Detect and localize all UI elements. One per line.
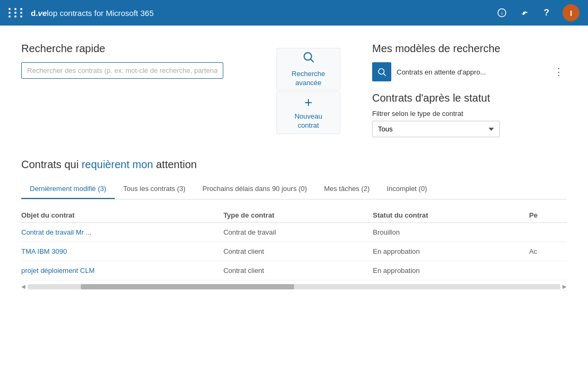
- top-navigation: d.velop contracts for Microsoft 365 i ? …: [0, 0, 588, 26]
- scrollbar-track[interactable]: [28, 284, 560, 289]
- advanced-search-label: Rechercheavancée: [292, 70, 325, 88]
- search-title: Recherche rapide: [21, 43, 276, 55]
- table-row: TMA IBM 3090 Contrat client En approbati…: [21, 242, 567, 261]
- row3-objet[interactable]: projet déploiement CLM: [21, 261, 223, 280]
- filter-select[interactable]: Tous Contrat de travail Contrat client: [372, 121, 500, 137]
- scrollbar-thumb[interactable]: [81, 284, 294, 289]
- help-icon[interactable]: ?: [540, 6, 553, 19]
- model-search-icon: [372, 62, 391, 81]
- new-contract-card[interactable]: + Nouveaucontrat: [276, 92, 340, 134]
- row2-type: Contrat client: [223, 242, 373, 261]
- col-statut: Statut du contrat: [373, 208, 529, 223]
- col-type: Type de contrat: [223, 208, 373, 223]
- table-row: projet déploiement CLM Contrat client En…: [21, 261, 567, 280]
- model-text: Contrats en attente d'appro...: [397, 68, 545, 76]
- col-objet: Objet du contrat: [21, 208, 223, 223]
- row1-type: Contrat de travail: [223, 223, 373, 242]
- advanced-search-card[interactable]: Rechercheavancée: [276, 48, 340, 90]
- scroll-left-arrow[interactable]: ◀: [21, 284, 26, 289]
- row3-statut: En approbation: [373, 261, 529, 280]
- svg-point-2: [304, 53, 312, 60]
- col-pe: Pe: [529, 208, 567, 223]
- row2-objet[interactable]: TMA IBM 3090: [21, 242, 223, 261]
- attention-section: Contrats qui requièrent mon attention De…: [21, 159, 567, 289]
- app-grid-icon[interactable]: [9, 8, 24, 18]
- tab-mes-taches[interactable]: Mes tâches (2): [315, 179, 378, 199]
- filter-select-wrapper: Tous Contrat de travail Contrat client: [372, 121, 567, 137]
- row2-statut: En approbation: [373, 242, 529, 261]
- row1-pe: [529, 223, 567, 242]
- nav-icons: i ? I: [495, 4, 579, 21]
- tab-dernierement[interactable]: Dernièrement modifié (3): [21, 179, 115, 199]
- model-item: Contrats en attente d'appro... ⋮: [372, 62, 567, 81]
- search-section: Recherche rapide: [21, 43, 276, 137]
- contracts-table: Objet du contrat Type de contrat Statut …: [21, 208, 567, 280]
- row3-pe: [529, 261, 567, 280]
- row1-objet[interactable]: Contrat de travail Mr ...: [21, 223, 223, 242]
- attention-highlight: requièrent mon: [81, 159, 153, 170]
- row2-pe: Ac: [529, 242, 567, 261]
- search-icon: [302, 51, 315, 67]
- search-input[interactable]: [21, 62, 223, 79]
- model-menu-icon[interactable]: ⋮: [551, 65, 567, 79]
- settings-icon[interactable]: [518, 6, 531, 19]
- statut-title: Contrats d'après le statut: [372, 92, 567, 104]
- svg-line-5: [383, 73, 385, 76]
- svg-line-3: [311, 60, 314, 63]
- main-content: Recherche rapide Rechercheavancée + Nouv…: [0, 26, 588, 300]
- table-row: Contrat de travail Mr ... Contrat de tra…: [21, 223, 567, 242]
- svg-point-4: [379, 69, 384, 74]
- actions-section: Rechercheavancée + Nouveaucontrat: [276, 43, 362, 137]
- new-contract-label: Nouveaucontrat: [295, 112, 322, 130]
- scroll-right-arrow[interactable]: ▶: [562, 284, 567, 289]
- app-title: d.velop contracts for Microsoft 365: [31, 9, 489, 18]
- row3-type: Contrat client: [223, 261, 373, 280]
- info-icon[interactable]: i: [495, 6, 508, 19]
- attention-title: Contrats qui requièrent mon attention: [21, 159, 567, 171]
- right-section: Mes modèles de recherche Contrats en att…: [362, 43, 567, 137]
- svg-text:i: i: [501, 10, 502, 16]
- models-title: Mes modèles de recherche: [372, 43, 567, 55]
- plus-icon: +: [304, 95, 312, 109]
- tabs-bar: Dernièrement modifié (3) Tous les contra…: [21, 179, 567, 200]
- top-section: Recherche rapide Rechercheavancée + Nouv…: [21, 43, 567, 137]
- row1-statut: Brouillon: [373, 223, 529, 242]
- tab-prochains[interactable]: Prochains délais dans 90 jours (0): [194, 179, 316, 199]
- horizontal-scrollbar[interactable]: ◀ ▶: [21, 284, 567, 289]
- user-avatar[interactable]: I: [562, 4, 579, 21]
- tab-incomplet[interactable]: Incomplet (0): [378, 179, 435, 199]
- tab-tous[interactable]: Tous les contrats (3): [115, 179, 194, 199]
- filter-label: Filtrer selon le type de contrat: [372, 110, 567, 118]
